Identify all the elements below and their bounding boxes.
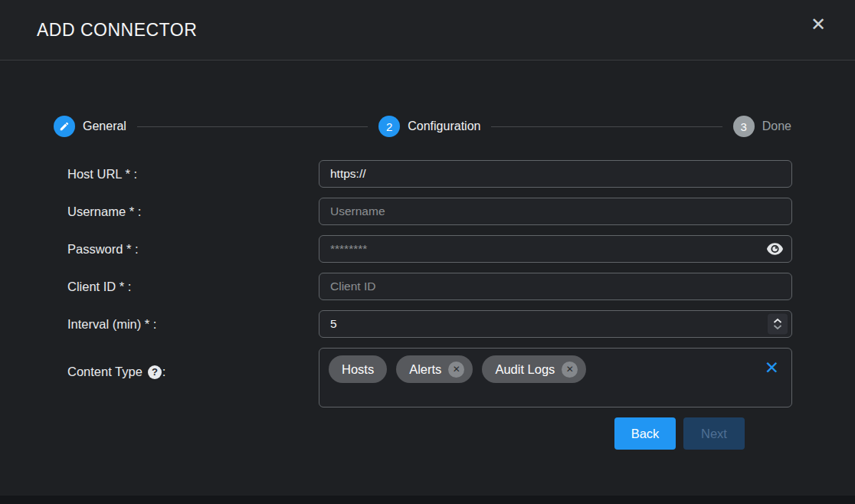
wizard-stepper: General 2 Configuration 3 Done bbox=[54, 116, 791, 137]
tag-label: Audit Logs bbox=[495, 362, 555, 377]
tag-audit-logs[interactable]: Audit Logs ✕ bbox=[482, 355, 586, 383]
form-row-username: Username * : bbox=[67, 198, 792, 225]
tag-remove-icon[interactable]: ✕ bbox=[562, 362, 578, 378]
eye-icon[interactable] bbox=[766, 243, 784, 255]
spinner-stepper[interactable] bbox=[768, 314, 788, 335]
tag-label: Hosts bbox=[342, 362, 374, 377]
content-type-colon: : bbox=[162, 365, 166, 379]
password-input[interactable] bbox=[319, 235, 792, 263]
tag-label: Alerts bbox=[409, 362, 441, 377]
clear-all-icon[interactable]: ✕ bbox=[765, 359, 779, 377]
tag-remove-icon[interactable]: ✕ bbox=[448, 362, 464, 378]
stepper-connector bbox=[491, 126, 722, 127]
next-button[interactable]: Next bbox=[683, 417, 745, 450]
step-3-circle: 3 bbox=[733, 116, 755, 137]
form-row-client-id: Client ID * : bbox=[67, 273, 792, 300]
interval-label: Interval (min) * : bbox=[67, 317, 319, 332]
connector-form: Host URL * : Username * : Password * : C… bbox=[0, 160, 855, 450]
step-done[interactable]: 3 Done bbox=[733, 116, 791, 137]
back-button[interactable]: Back bbox=[614, 417, 676, 450]
step-configuration-label: Configuration bbox=[408, 119, 480, 133]
chevron-down-icon[interactable] bbox=[773, 325, 782, 330]
close-icon[interactable]: ✕ bbox=[808, 12, 829, 37]
pencil-icon bbox=[54, 116, 75, 137]
form-row-interval: Interval (min) * : bbox=[67, 310, 792, 338]
step-done-label: Done bbox=[762, 119, 791, 133]
help-icon[interactable]: ? bbox=[148, 365, 162, 379]
tag-hosts[interactable]: Hosts bbox=[329, 355, 387, 383]
interval-input[interactable] bbox=[319, 310, 792, 338]
chevron-up-icon[interactable] bbox=[773, 319, 782, 324]
step-configuration[interactable]: 2 Configuration bbox=[378, 116, 480, 137]
content-type-multiselect[interactable]: Hosts Alerts ✕ Audit Logs ✕ ✕ bbox=[319, 348, 792, 407]
password-label: Password * : bbox=[67, 242, 319, 257]
client-id-input[interactable] bbox=[319, 273, 792, 300]
username-input[interactable] bbox=[319, 198, 792, 225]
form-row-host-url: Host URL * : bbox=[67, 160, 792, 188]
content-type-label: Content Type ? : bbox=[67, 365, 319, 379]
content-type-label-text: Content Type bbox=[67, 365, 142, 379]
step-general[interactable]: General bbox=[54, 116, 126, 137]
step-2-circle: 2 bbox=[378, 116, 400, 137]
stepper-connector bbox=[137, 126, 368, 127]
form-row-password: Password * : bbox=[67, 235, 792, 263]
username-label: Username * : bbox=[67, 205, 319, 219]
client-id-label: Client ID * : bbox=[67, 280, 319, 294]
host-url-label: Host URL * : bbox=[67, 167, 319, 182]
modal-title: ADD CONNECTOR bbox=[37, 20, 808, 41]
host-url-input[interactable] bbox=[319, 160, 792, 188]
step-general-label: General bbox=[83, 119, 126, 133]
form-row-content-type: Content Type ? : Hosts Alerts ✕ Audit Lo… bbox=[67, 348, 792, 407]
modal-header: ADD CONNECTOR ✕ bbox=[0, 0, 855, 61]
wizard-footer: Back Next bbox=[67, 417, 792, 450]
page-background-strip bbox=[0, 496, 855, 504]
tag-alerts[interactable]: Alerts ✕ bbox=[396, 355, 473, 383]
